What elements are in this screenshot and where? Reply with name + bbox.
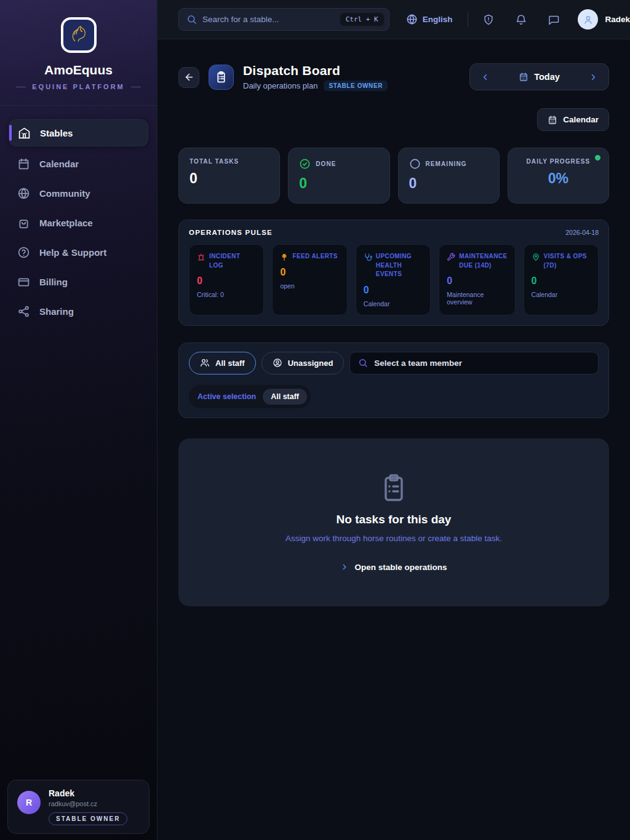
page-title: Dispatch Board: [243, 63, 388, 78]
today-label: Today: [534, 72, 560, 82]
stat-card-done: DONE 0: [288, 148, 389, 204]
content: Dispatch Board Daily operations plan STA…: [158, 39, 630, 606]
unassigned-button[interactable]: Unassigned: [261, 352, 345, 374]
calendar-button[interactable]: Calendar: [537, 108, 609, 131]
prev-day-button[interactable]: [480, 73, 490, 82]
team-member-search[interactable]: [349, 352, 599, 374]
pulse-tile-visits-ops[interactable]: VISITS & OPS (7D) 0 Calendar: [524, 244, 599, 315]
pulse-tile-value: 0: [280, 267, 339, 278]
sidebar-item-marketplace[interactable]: Marketplace: [9, 210, 148, 235]
sidebar-item-community[interactable]: Community: [9, 181, 148, 205]
user-email: radkuv@post.cz: [49, 800, 127, 807]
language-selector[interactable]: English: [406, 14, 453, 25]
back-button[interactable]: [178, 67, 199, 88]
sidebar-item-label: Calendar: [39, 159, 79, 169]
sidebar-item-label: Community: [39, 188, 90, 199]
pulse-tile-sub: Maintenance overview: [447, 291, 507, 306]
pulse-tile-maintenance-due[interactable]: MAINTENANCE DUE (14D) 0 Maintenance over…: [439, 244, 515, 315]
pulse-tile-value: 0: [447, 275, 507, 287]
tagline-dash: [131, 87, 141, 87]
stat-card-daily-progress: DAILY PROGRESS 0%: [508, 148, 609, 204]
stat-label: TOTAL TASKS: [189, 158, 239, 165]
pulse-tile-incident-log[interactable]: INCIDENT LOG 0 Critical: 0: [189, 244, 264, 315]
sidebar-item-label: Stables: [40, 128, 73, 138]
pulse-tile-label: VISITS & OPS (7D): [544, 252, 591, 270]
stable-search-input[interactable]: [202, 15, 335, 24]
empty-state-subtitle: Assign work through horse routines or cr…: [285, 534, 502, 543]
sidebar-item-label: Marketplace: [39, 218, 93, 228]
user-avatar[interactable]: [578, 9, 598, 30]
siren-icon: [197, 253, 205, 261]
horse-logo-icon: [67, 23, 90, 47]
pulse-tile-health-events[interactable]: UPCOMING HEALTH EVENTS 0 Calendar: [356, 244, 431, 315]
open-stable-operations-link[interactable]: Open stable operations: [340, 563, 447, 572]
pulse-tile-sub: Calendar: [364, 300, 423, 307]
sidebar-item-calendar[interactable]: Calendar: [9, 151, 148, 176]
sidebar-item-stables[interactable]: Stables: [9, 119, 148, 146]
wrench-icon: [447, 253, 455, 261]
user-role-badge: STABLE OWNER: [49, 812, 127, 825]
sidebar-item-label: Help & Support: [39, 247, 106, 258]
brand-tagline: EQUINE PLATFORM: [0, 83, 157, 90]
stethoscope-icon: [364, 253, 372, 261]
stat-value: 0: [299, 175, 378, 192]
language-label: English: [423, 15, 453, 24]
clipboard-icon: [379, 473, 409, 502]
topbar: Ctrl + K English Radek: [158, 0, 630, 39]
empty-state: No tasks for this day Assign work throug…: [178, 438, 609, 606]
pulse-tile-sub: Critical: 0: [197, 291, 256, 298]
clipboard-icon: [209, 65, 234, 90]
next-day-button[interactable]: [589, 73, 598, 82]
user-name: Radek: [49, 788, 127, 798]
active-selection-pill: Active selection All staff: [189, 385, 311, 408]
all-staff-button[interactable]: All staff: [189, 352, 256, 374]
calendar-button-row: Calendar: [178, 108, 609, 131]
sidebar-nav: Stables Calendar Community Marketplace H…: [0, 106, 157, 323]
pulse-tile-label: UPCOMING HEALTH EVENTS: [376, 252, 423, 279]
credit-card-icon: [17, 275, 30, 288]
globe-icon: [17, 187, 30, 200]
sidebar-item-label: Billing: [39, 277, 68, 287]
bell-icon[interactable]: [515, 14, 527, 26]
pulse-tile-label: MAINTENANCE DUE (14D): [459, 252, 507, 270]
share-icon: [17, 305, 30, 318]
stable-search[interactable]: Ctrl + K: [178, 8, 389, 31]
today-button[interactable]: Today: [519, 72, 560, 82]
stat-label: REMAINING: [426, 160, 467, 167]
team-member-search-input[interactable]: [374, 359, 590, 368]
sidebar-item-sharing[interactable]: Sharing: [9, 299, 148, 323]
sidebar-user-card[interactable]: R Radek radkuv@post.cz STABLE OWNER: [7, 780, 150, 834]
circle-icon: [409, 158, 421, 170]
stat-label: DONE: [316, 160, 336, 167]
open-stable-operations-label: Open stable operations: [354, 563, 447, 572]
unassigned-label: Unassigned: [288, 359, 333, 368]
page-subtitle: Daily operations plan: [243, 81, 317, 90]
main-area: Ctrl + K English Radek: [158, 0, 630, 606]
stat-value: 0%: [519, 170, 598, 187]
pulse-title: OPERATIONS PULSE: [189, 229, 273, 236]
globe-icon: [406, 14, 418, 25]
check-circle-icon: [299, 158, 311, 170]
stat-label: DAILY PROGRESS: [526, 158, 590, 165]
chat-icon[interactable]: [548, 14, 560, 26]
sidebar: AmoEquus EQUINE PLATFORM Stables Calenda…: [0, 0, 158, 840]
sidebar-item-label: Sharing: [39, 306, 74, 317]
pulse-tile-value: 0: [197, 275, 256, 287]
map-pin-icon: [532, 253, 540, 261]
stable-owner-badge: STABLE OWNER: [324, 81, 388, 91]
active-selection-value: All staff: [263, 389, 307, 405]
stat-value: 0: [189, 170, 269, 187]
calendar-button-label: Calendar: [563, 115, 599, 124]
search-icon: [186, 14, 197, 25]
all-staff-label: All staff: [215, 359, 245, 368]
pulse-tile-value: 0: [532, 275, 591, 287]
stats-row: TOTAL TASKS 0 DONE 0 REMAINING: [178, 148, 609, 204]
status-dot: [595, 155, 600, 160]
page-header: Dispatch Board Daily operations plan STA…: [178, 63, 609, 91]
sidebar-item-billing[interactable]: Billing: [9, 269, 148, 294]
logo-box: [61, 17, 97, 53]
date-navigator: Today: [469, 63, 609, 90]
sidebar-item-help-support[interactable]: Help & Support: [9, 240, 148, 264]
pulse-tile-feed-alerts[interactable]: FEED ALERTS 0 open: [272, 244, 347, 315]
shield-alert-icon[interactable]: [482, 14, 495, 26]
